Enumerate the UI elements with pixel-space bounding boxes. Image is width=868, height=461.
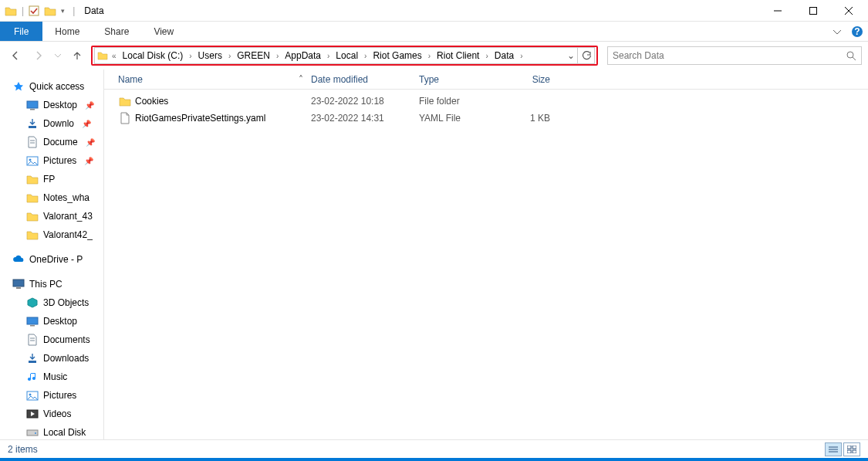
tab-view[interactable]: View — [141, 22, 186, 41]
chevron-right-icon[interactable]: › — [484, 52, 489, 60]
column-date[interactable]: Date modified — [311, 74, 419, 85]
pictures-icon — [26, 389, 39, 402]
svg-point-15 — [29, 159, 32, 161]
search-input[interactable]: Search Data — [607, 46, 862, 65]
tab-home[interactable]: Home — [42, 22, 92, 41]
svg-rect-31 — [847, 446, 851, 449]
up-button[interactable] — [68, 46, 86, 65]
svg-text:?: ? — [854, 26, 860, 37]
svg-rect-10 — [30, 109, 35, 110]
breadcrumb-item[interactable]: Riot Games — [368, 50, 426, 61]
forward-button[interactable] — [29, 46, 48, 65]
qat-dropdown-icon[interactable]: ▾ — [58, 7, 68, 15]
breadcrumb-item[interactable]: Local Disk (C:) — [118, 50, 188, 61]
breadcrumb-item[interactable]: Local — [331, 50, 363, 61]
title-bar: | ▾ | Data — [0, 0, 868, 22]
chevron-right-icon[interactable]: › — [227, 52, 232, 60]
sidebar-item-label: Desktop — [43, 100, 77, 110]
column-size[interactable]: Size — [512, 74, 558, 85]
sidebar-onedrive[interactable]: OneDrive - P — [0, 250, 103, 269]
breadcrumb-item[interactable]: Users — [194, 50, 227, 61]
recent-locations-dropdown[interactable] — [52, 46, 63, 65]
sidebar-item-label: FP — [43, 174, 55, 185]
chevron-right-icon[interactable]: › — [326, 52, 331, 60]
file-row[interactable]: RiotGamesPrivateSettings.yaml23-02-2022 … — [118, 110, 868, 127]
documents-icon — [26, 334, 39, 346]
star-icon — [12, 80, 25, 93]
chevron-right-icon[interactable]: › — [363, 52, 368, 60]
sidebar-item[interactable]: Downloads — [0, 349, 103, 368]
ribbon-collapse-icon[interactable] — [828, 22, 846, 41]
sidebar-quick-access[interactable]: Quick access — [0, 77, 103, 96]
sidebar-item[interactable]: Downlo📌 — [0, 114, 103, 133]
thumbnails-view-button[interactable] — [843, 442, 860, 456]
documents-icon — [26, 136, 39, 148]
refresh-button[interactable] — [578, 47, 595, 64]
chevron-left-icon[interactable]: « — [110, 52, 118, 60]
sidebar-item[interactable]: Music — [0, 368, 103, 386]
sidebar-item[interactable]: Valorant_43 — [0, 207, 103, 225]
svg-point-27 — [35, 432, 36, 434]
column-type[interactable]: Type — [419, 74, 512, 85]
file-icon — [118, 112, 132, 124]
sidebar-item-label: Downlo — [43, 118, 74, 129]
sidebar-item[interactable]: 3D Objects — [0, 293, 103, 312]
sidebar-item[interactable]: Videos — [0, 405, 103, 423]
window-title: Data — [79, 5, 103, 16]
sidebar-item[interactable]: Pictures — [0, 386, 103, 405]
column-name[interactable]: Name˄ — [118, 74, 311, 85]
file-name: RiotGamesPrivateSettings.yaml — [135, 113, 311, 124]
drive-icon — [26, 426, 39, 439]
close-button[interactable] — [831, 0, 866, 22]
address-dropdown-icon[interactable]: ⌄ — [565, 50, 577, 61]
sidebar-item-label: Documents — [43, 334, 90, 345]
folder-icon — [26, 229, 39, 241]
sidebar-item[interactable]: Pictures📌 — [0, 151, 103, 170]
sidebar-item[interactable]: Docume📌 — [0, 133, 103, 151]
sidebar-item[interactable]: FP — [0, 170, 103, 188]
sidebar-item[interactable]: Documents — [0, 330, 103, 349]
videos-icon — [26, 408, 39, 420]
address-bar[interactable]: « Local Disk (C:)› Users› GREEN› AppData… — [94, 47, 578, 64]
sidebar-item[interactable]: Local Disk — [0, 423, 103, 439]
maximize-button[interactable] — [795, 0, 831, 22]
help-button[interactable]: ? — [846, 22, 868, 41]
breadcrumb-item[interactable]: Riot Client — [432, 50, 484, 61]
pin-icon: 📌 — [84, 157, 93, 165]
details-view-button[interactable] — [825, 442, 842, 456]
sidebar-item[interactable]: Valorant42_ — [0, 225, 103, 244]
svg-rect-16 — [13, 280, 24, 286]
chevron-right-icon[interactable]: › — [275, 52, 280, 60]
downloads-icon — [26, 352, 39, 364]
file-date: 23-02-2022 14:31 — [311, 113, 419, 124]
sidebar-item[interactable]: Notes_wha — [0, 188, 103, 207]
qat-separator: | — [69, 5, 78, 16]
tab-share[interactable]: Share — [92, 22, 141, 41]
chevron-right-icon[interactable]: › — [518, 52, 524, 60]
breadcrumb-item[interactable]: Data — [490, 50, 518, 61]
navigation-pane[interactable]: Quick access Desktop📌Downlo📌Docume📌Pictu… — [0, 69, 104, 439]
address-bar-highlight: « Local Disk (C:)› Users› GREEN› AppData… — [91, 46, 598, 66]
chevron-right-icon[interactable]: › — [427, 52, 432, 60]
sidebar-item[interactable]: Desktop — [0, 312, 103, 330]
breadcrumb-item[interactable]: GREEN — [232, 50, 275, 61]
svg-rect-26 — [27, 430, 38, 436]
minimize-button[interactable] — [760, 0, 795, 22]
breadcrumb-item[interactable]: AppData — [280, 50, 326, 61]
search-icon — [846, 50, 856, 61]
svg-rect-11 — [29, 126, 36, 128]
sidebar-item-label: 3D Objects — [43, 297, 89, 308]
chevron-right-icon[interactable]: › — [187, 52, 193, 60]
pictures-icon — [26, 154, 39, 167]
sidebar-item[interactable]: Desktop📌 — [0, 96, 103, 114]
back-button[interactable] — [6, 46, 25, 65]
sidebar-this-pc[interactable]: This PC — [0, 275, 103, 293]
desktop-icon — [26, 99, 39, 111]
status-bar: 2 items — [0, 439, 868, 458]
file-row[interactable]: Cookies23-02-2022 10:18File folder — [118, 93, 868, 110]
folder-icon — [26, 192, 39, 204]
sidebar-item-label: Local Disk — [43, 427, 86, 438]
checkbox-icon[interactable] — [29, 5, 39, 16]
sidebar-item-label: Pictures — [43, 155, 76, 166]
file-menu[interactable]: File — [0, 22, 42, 41]
